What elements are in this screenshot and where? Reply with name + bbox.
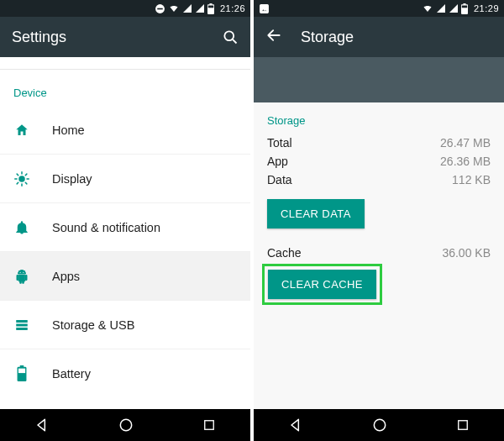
- settings-list: Device Home Display Sound & notification: [0, 57, 250, 409]
- app-bar: Settings: [0, 17, 250, 57]
- settings-row-label: Sound & notification: [52, 221, 160, 234]
- settings-row-home[interactable]: Home: [0, 106, 250, 155]
- header-extension: [254, 57, 504, 102]
- battery-icon-status: [207, 3, 214, 14]
- svg-rect-11: [16, 323, 28, 326]
- storage-content: Storage Total 26.47 MB App 26.36 MB Data…: [254, 102, 504, 409]
- battery-icon-status: [461, 3, 468, 14]
- row-total: Total 26.47 MB: [254, 134, 504, 152]
- svg-rect-15: [18, 369, 25, 373]
- svg-rect-10: [16, 320, 28, 323]
- dnd-icon: [155, 3, 165, 14]
- settings-row-label: Apps: [52, 270, 80, 283]
- settings-row-storage[interactable]: Storage & USB: [0, 301, 250, 349]
- row-label: App: [267, 155, 440, 168]
- android-icon: [13, 269, 30, 284]
- svg-point-5: [224, 31, 234, 40]
- status-bar: 21:29: [254, 0, 504, 17]
- row-value: 36.00 KB: [442, 246, 491, 260]
- nav-back-icon[interactable]: [34, 417, 50, 433]
- settings-row-battery[interactable]: Battery: [0, 349, 250, 398]
- row-app: App 26.36 MB: [254, 152, 504, 171]
- clock: 21:29: [474, 3, 499, 13]
- phone-settings: 21:26 Settings Device Home: [0, 0, 250, 441]
- svg-rect-3: [209, 3, 212, 5]
- clear-cache-button[interactable]: CLEAR CACHE: [268, 270, 376, 299]
- settings-row-label: Display: [52, 172, 92, 186]
- row-cache: Cache 36.00 KB: [254, 244, 504, 262]
- home-icon: [13, 123, 30, 138]
- nav-bar: [0, 409, 250, 441]
- bell-icon: [13, 220, 30, 235]
- svg-rect-23: [459, 421, 468, 430]
- row-value: 26.47 MB: [440, 136, 491, 150]
- clear-data-button[interactable]: CLEAR DATA: [267, 199, 365, 228]
- highlight-annotation: CLEAR CACHE: [262, 264, 382, 305]
- settings-row-apps[interactable]: Apps: [0, 252, 250, 301]
- row-value: 112 KB: [452, 173, 491, 186]
- display-icon: [13, 171, 30, 186]
- battery-icon: [13, 365, 30, 382]
- section-header-device: Device: [0, 75, 250, 106]
- svg-rect-21: [462, 5, 467, 8]
- row-data: Data 112 KB: [254, 171, 504, 189]
- clock: 21:26: [220, 3, 245, 13]
- svg-point-22: [374, 419, 385, 430]
- svg-rect-18: [260, 4, 269, 13]
- page-title: Settings: [12, 29, 203, 46]
- svg-rect-17: [205, 421, 214, 430]
- nav-back-icon[interactable]: [287, 417, 304, 433]
- nav-home-icon[interactable]: [118, 417, 134, 433]
- wifi-icon: [422, 3, 433, 13]
- svg-rect-14: [20, 365, 24, 368]
- svg-line-6: [233, 39, 237, 44]
- signal-icon: [436, 3, 446, 13]
- nav-bar: [254, 409, 504, 441]
- search-icon[interactable]: [222, 29, 239, 45]
- settings-row-display[interactable]: Display: [0, 155, 250, 203]
- row-label: Cache: [267, 246, 442, 260]
- nav-recent-icon[interactable]: [202, 417, 217, 433]
- svg-point-16: [120, 419, 131, 430]
- storage-icon: [13, 318, 30, 333]
- page-title: Storage: [301, 29, 492, 46]
- svg-rect-1: [157, 8, 163, 9]
- section-header-storage: Storage: [254, 102, 504, 134]
- app-bar: Storage: [254, 17, 504, 57]
- wifi-icon: [168, 3, 180, 13]
- svg-rect-12: [16, 328, 28, 330]
- settings-row-label: Storage & USB: [52, 318, 134, 332]
- svg-point-8: [20, 271, 21, 272]
- screenshot-icon: [259, 3, 270, 14]
- nav-recent-icon[interactable]: [455, 417, 470, 433]
- back-arrow-icon[interactable]: [265, 27, 282, 47]
- divider: [0, 69, 250, 70]
- svg-point-7: [18, 176, 25, 182]
- signal-icon: [182, 3, 192, 13]
- svg-rect-4: [208, 5, 213, 8]
- status-bar: 21:26: [0, 0, 250, 17]
- signal-icon-2: [449, 3, 459, 13]
- nav-home-icon[interactable]: [371, 417, 388, 433]
- row-value: 26.36 MB: [440, 155, 491, 168]
- phone-storage: 21:29 Storage Storage Total 26.47 MB App…: [254, 0, 504, 441]
- settings-row-label: Home: [52, 123, 85, 137]
- svg-rect-20: [463, 3, 465, 5]
- row-label: Total: [267, 136, 440, 150]
- row-label: Data: [267, 173, 452, 186]
- signal-icon-2: [195, 3, 205, 13]
- settings-row-sound[interactable]: Sound & notification: [0, 203, 250, 252]
- svg-point-9: [23, 271, 24, 272]
- settings-row-label: Battery: [52, 367, 91, 381]
